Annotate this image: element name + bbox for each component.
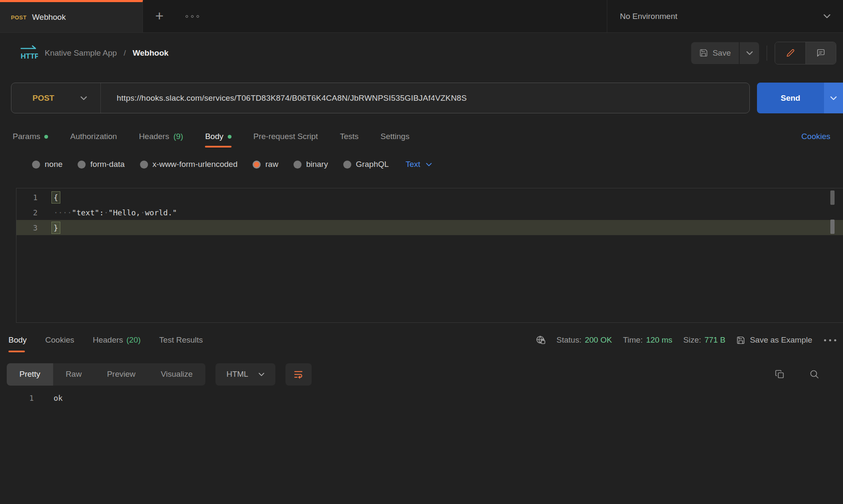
- response-toolbar: Pretty Raw Preview Visualize HTML: [7, 361, 836, 388]
- mode-label: x-www-form-urlencoded: [153, 160, 238, 169]
- status-label: Status:: [557, 335, 582, 345]
- raw-type-selector[interactable]: Text: [406, 160, 432, 169]
- method-selector[interactable]: POST: [32, 94, 54, 103]
- radio-icon: [343, 161, 351, 169]
- tab-authorization[interactable]: Authorization: [70, 126, 117, 147]
- copy-response-button[interactable]: [775, 369, 785, 379]
- mode-label: form-data: [90, 160, 124, 169]
- matched-bracket: }: [51, 222, 60, 234]
- response-header: Body Cookies Headers (20) Test Results S…: [8, 327, 836, 353]
- cookies-link[interactable]: Cookies: [801, 132, 830, 141]
- radio-icon: [78, 161, 86, 169]
- time-field: Time: 120 ms: [623, 335, 672, 345]
- body-mode-raw[interactable]: raw: [253, 160, 278, 169]
- response-body-viewer[interactable]: 1 ok: [16, 390, 843, 405]
- tab-label: Headers: [139, 132, 169, 141]
- view-pretty[interactable]: Pretty: [7, 363, 53, 386]
- editor-scrollbar-mark[interactable]: [830, 220, 835, 234]
- radio-icon: [294, 161, 302, 169]
- params-indicator-dot: [44, 135, 48, 139]
- code-text: {: [54, 191, 60, 204]
- request-tab[interactable]: POST Webhook: [0, 0, 143, 32]
- view-visualize[interactable]: Visualize: [148, 363, 205, 386]
- response-options-button[interactable]: [824, 339, 836, 341]
- response-tab-test-results[interactable]: Test Results: [159, 327, 203, 353]
- response-tab-cookies[interactable]: Cookies: [45, 327, 74, 353]
- save-options-button[interactable]: [740, 42, 759, 64]
- response-tab-body[interactable]: Body: [8, 327, 27, 353]
- tab-method-badge: POST: [11, 14, 27, 21]
- breadcrumb-collection[interactable]: Knative Sample App: [45, 48, 117, 58]
- save-button-label: Save: [713, 48, 731, 58]
- body-mode-none[interactable]: none: [32, 160, 62, 169]
- send-button[interactable]: Send: [757, 83, 824, 113]
- environment-selector[interactable]: No Environment: [607, 0, 843, 32]
- request-tabs: Params Authorization Headers (9) Body Pr…: [13, 126, 830, 147]
- request-body-editor[interactable]: 1 { 2 ····"text":·"Hello,·world." 3 }: [16, 188, 843, 323]
- pencil-icon: [786, 48, 795, 57]
- json-value: world.": [145, 208, 177, 217]
- wrap-lines-button[interactable]: [285, 363, 312, 386]
- response-tab-headers[interactable]: Headers (20): [93, 327, 141, 353]
- response-format-selector[interactable]: HTML: [215, 363, 275, 386]
- mode-label: binary: [306, 160, 328, 169]
- save-icon: [699, 48, 708, 57]
- pane-toggle-group: [775, 42, 836, 64]
- editor-scrollbar-thumb[interactable]: [830, 190, 835, 205]
- tab-settings[interactable]: Settings: [380, 126, 409, 147]
- whitespace-dot: ·: [104, 208, 108, 217]
- view-preview[interactable]: Preview: [94, 363, 148, 386]
- save-button[interactable]: Save: [691, 42, 739, 64]
- code-text: }: [54, 222, 60, 234]
- new-tab-button[interactable]: +: [143, 0, 176, 32]
- radio-icon: [32, 161, 40, 169]
- tab-label: Params: [13, 132, 40, 141]
- response-line: 1 ok: [16, 390, 843, 405]
- more-options-icon: [186, 15, 199, 18]
- top-tab-bar: POST Webhook + No Environment: [0, 0, 843, 33]
- body-mode-binary[interactable]: binary: [294, 160, 328, 169]
- size-value: 771 B: [704, 335, 725, 345]
- time-label: Time:: [623, 335, 643, 345]
- response-view-switcher: Pretty Raw Preview Visualize: [7, 363, 205, 386]
- tab-params[interactable]: Params: [13, 126, 48, 147]
- tab-pre-request-script[interactable]: Pre-request Script: [253, 126, 318, 147]
- json-key: "text":: [72, 208, 104, 217]
- edit-mode-button[interactable]: [775, 42, 805, 64]
- tab-label: Headers: [93, 335, 123, 345]
- send-options-button[interactable]: [824, 83, 843, 113]
- save-as-example-label: Save as Example: [750, 335, 812, 345]
- tab-body[interactable]: Body: [205, 126, 231, 147]
- response-tools: [775, 369, 836, 379]
- chevron-down-icon: [81, 96, 87, 100]
- url-bar: POST https://hooks.slack.com/services/T0…: [11, 83, 750, 113]
- divider: [767, 46, 767, 61]
- network-globe-lock-icon[interactable]: [536, 335, 546, 345]
- body-mode-graphql[interactable]: GraphQL: [343, 160, 389, 169]
- tab-options-button[interactable]: [176, 0, 209, 32]
- breadcrumb-separator: /: [124, 48, 126, 58]
- tab-label: Tests: [340, 132, 358, 141]
- send-button-group: Send: [757, 83, 843, 113]
- editor-line: 2 ····"text":·"Hello,·world.": [16, 205, 843, 220]
- code-text: ····"text":·"Hello,·world.": [54, 208, 177, 217]
- tab-label: Body: [8, 335, 27, 345]
- line-number: 2: [16, 208, 38, 217]
- whitespace-dots: ····: [54, 208, 72, 217]
- view-raw[interactable]: Raw: [53, 363, 94, 386]
- body-mode-x-www-form-urlencoded[interactable]: x-www-form-urlencoded: [140, 160, 238, 169]
- save-as-example-button[interactable]: Save as Example: [736, 335, 812, 345]
- tab-headers[interactable]: Headers (9): [139, 126, 183, 147]
- editor-line: 1 {: [16, 190, 843, 205]
- tab-tests[interactable]: Tests: [340, 126, 358, 147]
- body-mode-form-data[interactable]: form-data: [78, 160, 124, 169]
- request-header-actions: Save: [691, 42, 836, 64]
- url-input[interactable]: https://hooks.slack.com/services/T06TD83…: [117, 94, 467, 103]
- time-value: 120 ms: [646, 335, 672, 345]
- raw-type-value: Text: [406, 160, 420, 169]
- svg-text:HTTP: HTTP: [21, 52, 38, 60]
- http-request-icon: HTTP: [19, 45, 38, 62]
- tab-label: Body: [205, 132, 223, 141]
- comments-button[interactable]: [805, 42, 836, 64]
- search-response-button[interactable]: [809, 369, 819, 379]
